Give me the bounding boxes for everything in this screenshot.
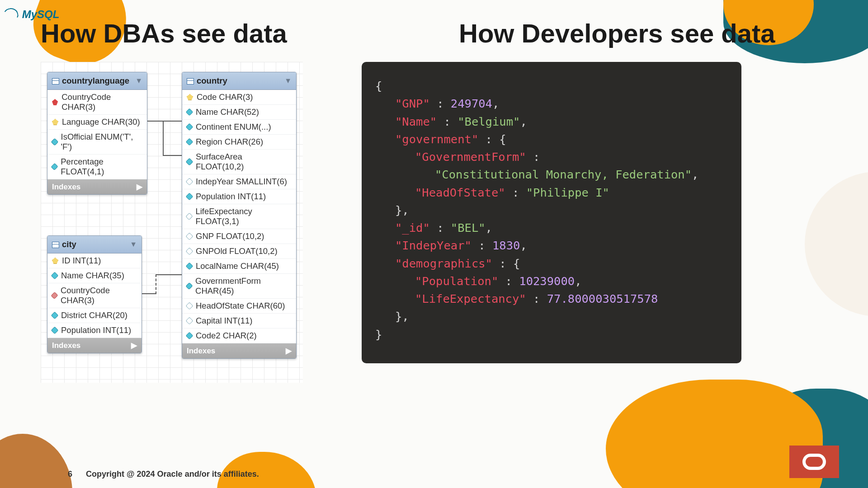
- table-column: Population INT(11): [182, 189, 296, 204]
- table-name: countrylanguage: [62, 76, 129, 85]
- column-text: Code2 CHAR(2): [196, 331, 257, 341]
- footer-label: Indexes: [52, 341, 80, 350]
- code-line: },: [375, 308, 728, 325]
- table-footer: Indexes▶: [47, 338, 142, 353]
- title-right: How Developers see data: [459, 18, 827, 48]
- column-icon: [186, 138, 193, 146]
- key-icon: [52, 119, 58, 125]
- column-icon: [51, 138, 58, 146]
- play-icon: ▶: [137, 182, 142, 192]
- fk-column-icon: [51, 292, 58, 299]
- code-line: "Constitutional Monarchy, Federation",: [375, 166, 728, 183]
- code-line: "Population" : 10239000,: [375, 272, 728, 290]
- table-country: country ▼ Code CHAR(3) Name CHAR(52) Con…: [182, 72, 297, 359]
- table-name: city: [62, 239, 76, 249]
- column-icon: [51, 163, 58, 170]
- column-text: Name CHAR(52): [196, 107, 259, 117]
- column-text: Region CHAR(26): [196, 137, 263, 147]
- code-line: "GNP" : 249704,: [375, 95, 728, 113]
- footer-label: Indexes: [52, 183, 80, 192]
- table-column: Code CHAR(3): [182, 90, 296, 105]
- column-text: GovernmentForm CHAR(45): [195, 276, 292, 296]
- column-icon: [186, 233, 193, 240]
- table-column: Population INT(11): [47, 323, 142, 338]
- column-icon: [185, 282, 193, 290]
- code-line: "Name" : "Belgium",: [375, 113, 728, 131]
- table-name: country: [197, 76, 227, 85]
- column-text: Continent ENUM(...): [196, 122, 271, 132]
- table-column: GovernmentForm CHAR(45): [182, 274, 296, 299]
- column-icon: [186, 178, 193, 186]
- chevron-down-icon: ▼: [284, 77, 292, 85]
- table-column: HeadOfState CHAR(60): [182, 299, 296, 314]
- table-footer: Indexes▶: [182, 343, 296, 358]
- column-text: Population INT(11): [196, 192, 266, 202]
- column-icon: [51, 272, 59, 280]
- column-text: ID INT(11): [62, 256, 101, 266]
- relationship-line: [156, 274, 156, 294]
- code-line: }: [375, 328, 382, 341]
- title-left: How DBAs see data: [41, 18, 409, 48]
- er-diagram: countrylanguage ▼ CountryCode CHAR(3) La…: [41, 62, 303, 383]
- table-column: GNP FLOAT(10,2): [182, 229, 296, 244]
- table-header: countrylanguage ▼: [47, 72, 147, 90]
- column-icon: [186, 108, 193, 116]
- relationship-line: [163, 155, 182, 156]
- column-icon: [185, 158, 193, 166]
- column-text: Language CHAR(30): [62, 117, 140, 127]
- column-text: GNP FLOAT(10,2): [196, 231, 264, 241]
- code-line: "LifeExpectancy" : 77.8000030517578: [375, 290, 728, 308]
- footer-label: Indexes: [187, 347, 215, 356]
- column-text: GNPOld FLOAT(10,2): [196, 246, 278, 256]
- column-text: Capital INT(11): [196, 316, 252, 326]
- table-column: Code2 CHAR(2): [182, 328, 296, 343]
- chevron-down-icon: ▼: [135, 77, 142, 85]
- table-column: IsOfficial ENUM('T', 'F'): [47, 130, 147, 155]
- relationship-line: [142, 293, 156, 294]
- table-column: Language CHAR(30): [47, 115, 147, 130]
- fk-icon: [52, 99, 58, 105]
- code-line: "HeadOfState" : "Philippe I": [375, 184, 728, 202]
- table-header: country ▼: [182, 72, 296, 90]
- table-column: Region CHAR(26): [182, 135, 296, 150]
- table-column: Percentage FLOAT(4,1): [47, 155, 147, 179]
- chevron-down-icon: ▼: [130, 240, 137, 249]
- code-line: "_id" : "BEL",: [375, 219, 728, 237]
- table-column: IndepYear SMALLINT(6): [182, 174, 296, 189]
- table-icon: [52, 242, 59, 248]
- table-column: ID INT(11): [47, 253, 142, 268]
- table-column: GNPOld FLOAT(10,2): [182, 244, 296, 259]
- column-text: District CHAR(20): [61, 310, 127, 320]
- column-text: IsOfficial ENUM('T', 'F'): [61, 132, 142, 152]
- table-column: Continent ENUM(...): [182, 120, 296, 135]
- table-icon: [187, 78, 194, 84]
- code-line: "government" : {: [375, 131, 728, 148]
- code-line: {: [375, 79, 382, 93]
- slide-body: How DBAs see data How Developers see dat…: [0, 0, 868, 488]
- code-line: "GovernmentForm" :: [375, 148, 728, 166]
- table-column: CountryCode CHAR(3): [47, 283, 142, 308]
- column-icon: [51, 327, 59, 334]
- column-icon: [186, 123, 193, 131]
- column-icon: [186, 193, 193, 201]
- table-column: District CHAR(20): [47, 308, 142, 323]
- oracle-logo: [789, 446, 839, 478]
- table-column: SurfaceArea FLOAT(10,2): [182, 150, 296, 174]
- relationship-line: [163, 121, 164, 155]
- column-text: CountryCode CHAR(3): [61, 286, 137, 305]
- column-text: SurfaceArea FLOAT(10,2): [196, 152, 292, 172]
- content-row: countrylanguage ▼ CountryCode CHAR(3) La…: [41, 62, 827, 383]
- column-icon: [51, 312, 59, 319]
- table-footer: Indexes▶: [47, 179, 147, 194]
- column-text: Code CHAR(3): [197, 92, 253, 102]
- column-text: LocalName CHAR(45): [196, 261, 279, 271]
- column-text: Percentage FLOAT(4,1): [61, 157, 142, 177]
- column-text: Name CHAR(35): [61, 271, 124, 281]
- copyright-text: Copyright @ 2024 Oracle and/or its affil…: [86, 469, 259, 479]
- table-city: city ▼ ID INT(11) Name CHAR(35) CountryC…: [47, 235, 142, 353]
- oracle-ring-icon: [802, 454, 826, 470]
- table-column: Name CHAR(52): [182, 105, 296, 120]
- play-icon: ▶: [131, 341, 137, 350]
- key-icon: [187, 94, 193, 100]
- title-row: How DBAs see data How Developers see dat…: [41, 18, 827, 48]
